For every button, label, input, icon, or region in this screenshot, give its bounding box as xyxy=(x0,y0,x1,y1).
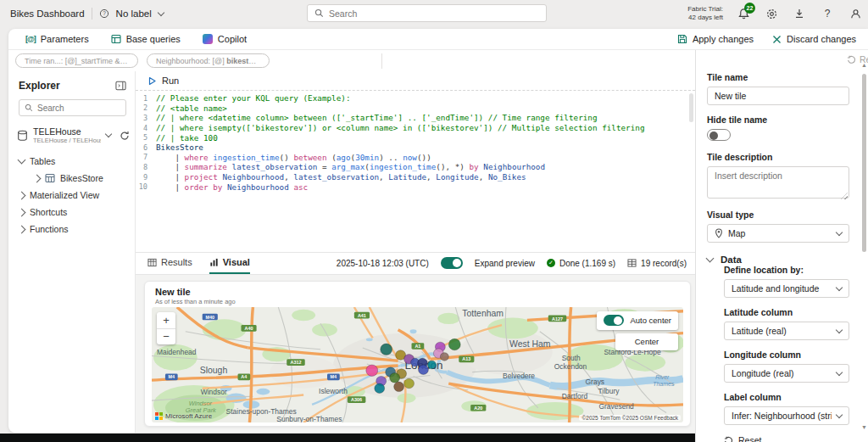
apply-changes-button[interactable]: Apply changes xyxy=(677,34,754,44)
download-button[interactable] xyxy=(792,6,807,21)
scroll-down-icon[interactable]: ▼ xyxy=(861,424,867,430)
account-button[interactable] xyxy=(848,6,863,21)
done-status-icon: ✓ xyxy=(547,259,555,267)
code-line[interactable]: 10 | order by Neighbourhood asc xyxy=(136,182,695,192)
expand-preview-toggle[interactable] xyxy=(441,257,463,269)
visual-type-label: Visual type xyxy=(707,210,849,220)
refresh-icon[interactable] xyxy=(120,131,130,141)
map-data-point[interactable] xyxy=(394,382,404,391)
tree-node-materialized-view[interactable]: Materialized View xyxy=(8,187,135,204)
label-column-dropdown[interactable]: Infer: Neighbourhood (string) xyxy=(724,406,849,425)
tree-node-functions[interactable]: Functions xyxy=(8,221,135,238)
line-number: 2 xyxy=(136,104,156,112)
map-data-point[interactable] xyxy=(375,383,385,393)
code-line[interactable]: 9 | project Neighbourhood, latest_observ… xyxy=(136,172,695,182)
tree-node-bikesstore[interactable]: BikesStore xyxy=(8,170,135,187)
code-line[interactable]: 7 | where ingestion_time() between (ago(… xyxy=(136,153,695,163)
visual-type-dropdown[interactable]: Map xyxy=(707,224,849,243)
neighbourhood-parameter-pill[interactable]: Neighbourhood: [@] bikestorev xyxy=(147,53,270,68)
line-number: 5 xyxy=(136,133,156,142)
road-shield-label: A1 xyxy=(415,344,420,349)
code-text: // | where isempty(['bikestorev']) or <c… xyxy=(156,123,645,132)
tree-node-tables[interactable]: Tables xyxy=(8,153,135,170)
discard-changes-button[interactable]: Discard changes xyxy=(772,34,856,44)
label-status[interactable]: No label xyxy=(116,8,152,19)
data-section-header[interactable]: Data xyxy=(707,255,849,265)
code-line[interactable]: 8 | summarize latest_observation = arg_m… xyxy=(136,162,695,172)
explorer-search-input[interactable] xyxy=(37,104,120,113)
map-data-point[interactable] xyxy=(381,344,392,355)
parameters-button[interactable]: [@] Parameters xyxy=(25,34,89,44)
search-input[interactable] xyxy=(329,8,539,19)
map-place-label: Sunbury-on-Thames xyxy=(276,415,342,422)
map-data-point[interactable] xyxy=(390,372,400,382)
road-shield-label: M40 xyxy=(205,314,214,319)
line-number: 6 xyxy=(136,143,156,152)
map-attribution-right: ©2025 TomTom ©2025 OSM Feedback xyxy=(579,415,681,421)
base-queries-button[interactable]: Base queries xyxy=(111,34,181,44)
road-shield-label: A40 xyxy=(245,326,253,331)
global-search[interactable] xyxy=(307,4,547,22)
code-text: // | take 100 xyxy=(156,133,218,143)
tile-freshness: As of less than a minute ago xyxy=(145,297,690,305)
tile-description-input[interactable] xyxy=(707,166,849,199)
database-item[interactable]: TELEHouse TELEHouse / TELEHouse xyxy=(17,126,130,144)
map-data-point[interactable] xyxy=(448,338,460,350)
map-place-label: Belvedere xyxy=(503,372,535,380)
tab-results[interactable]: Results xyxy=(147,253,192,274)
map-data-point[interactable] xyxy=(404,378,415,388)
database-icon xyxy=(17,130,28,142)
tile-name-input[interactable] xyxy=(707,87,849,105)
tab-visual[interactable]: Visual xyxy=(209,253,250,274)
notifications-button[interactable]: 22 xyxy=(736,6,751,21)
scrollbar-thumb[interactable] xyxy=(862,74,866,252)
collapse-panel-icon[interactable] xyxy=(115,81,126,91)
settings-button[interactable] xyxy=(764,6,779,21)
map-data-point[interactable] xyxy=(440,352,448,361)
parameter-pills-row: Time ran...: [@]_startTime & [@]_endT...… xyxy=(8,50,695,71)
center-button[interactable]: Center xyxy=(615,333,678,350)
svg-text:?: ? xyxy=(103,10,106,16)
run-button[interactable]: Run xyxy=(136,71,695,87)
divider xyxy=(381,53,382,69)
latitude-column-dropdown[interactable]: Latitude (real) xyxy=(724,322,849,340)
code-line[interactable]: 1// Please enter your KQL query (Example… xyxy=(136,93,695,104)
map-place-label: Windsor xyxy=(201,388,227,396)
chevron-down-icon xyxy=(836,368,843,375)
editor-scrollbar[interactable] xyxy=(689,93,693,122)
time-range-parameter-pill[interactable]: Time ran...: [@]_startTime & [@]_endT... xyxy=(15,53,138,68)
window-bottom-bar xyxy=(0,434,695,442)
zoom-in-button[interactable]: + xyxy=(157,312,175,328)
tree-node-shortcuts[interactable]: Shortcuts xyxy=(8,204,135,221)
code-line[interactable]: 2// <table name> xyxy=(136,104,695,114)
help-button[interactable]: ? xyxy=(820,6,835,21)
code-text: | where ingestion_time() between (ago(30… xyxy=(156,153,431,162)
longitude-column-dropdown[interactable]: Longitude (real) xyxy=(724,364,849,383)
explorer-search[interactable] xyxy=(19,99,126,116)
road-shield-label: A13 xyxy=(462,356,470,361)
auto-center-toggle[interactable] xyxy=(604,315,624,326)
chevron-down-icon[interactable] xyxy=(158,8,164,15)
panel-scrollbar[interactable]: ▲ ▼ xyxy=(861,62,867,430)
code-line[interactable]: 4// | where isempty(['bikestorev']) or <… xyxy=(136,123,695,133)
data-reset-button[interactable]: Reset xyxy=(724,435,849,442)
map-data-point[interactable] xyxy=(366,365,378,376)
copilot-button[interactable]: Copilot xyxy=(203,34,247,44)
code-line[interactable]: 6BikesStore xyxy=(136,143,695,153)
map-attribution-left: Microsoft Azure xyxy=(155,412,212,420)
map-data-point[interactable] xyxy=(427,361,436,369)
define-location-dropdown[interactable]: Latitude and longitude xyxy=(724,279,849,298)
define-location-label: Define location by: xyxy=(724,265,849,275)
code-line[interactable]: 5// | take 100 xyxy=(136,132,695,143)
map-visual[interactable]: TottenhamWest HamLondonMaidenheadSloughW… xyxy=(152,307,683,422)
map-place-label: South xyxy=(562,354,581,362)
code-line[interactable]: 3// | where <datetime column> between ([… xyxy=(136,113,695,123)
line-number: 10 xyxy=(136,182,156,191)
zoom-out-button[interactable]: − xyxy=(157,328,175,344)
hide-tile-name-toggle[interactable] xyxy=(707,129,731,141)
chevron-down-icon[interactable] xyxy=(105,131,112,137)
app-title[interactable]: Bikes Dashboard xyxy=(10,8,85,19)
kql-editor[interactable]: 1// Please enter your KQL query (Example… xyxy=(136,90,695,252)
scroll-up-icon[interactable]: ▲ xyxy=(861,62,867,68)
map-data-point[interactable] xyxy=(418,365,428,374)
